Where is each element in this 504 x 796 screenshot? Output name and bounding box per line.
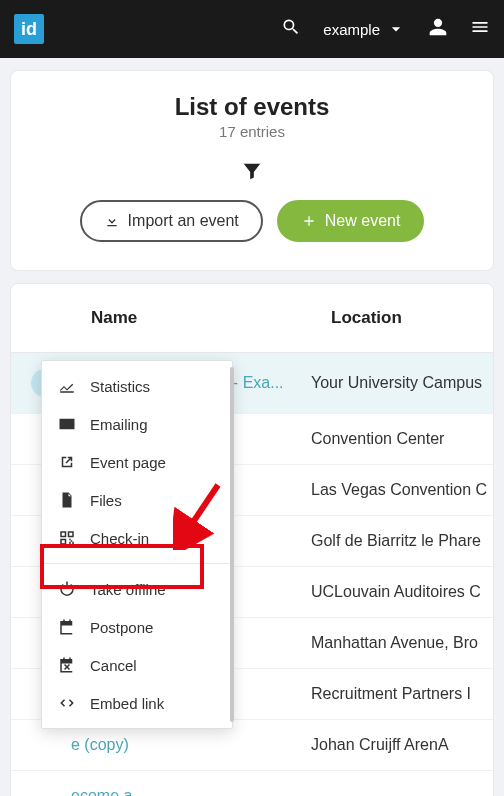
row-context-menu: StatisticsEmailingEvent pageFilesCheck-i… bbox=[41, 360, 233, 729]
events-table: Name Location Graduation Ceremony - Exa.… bbox=[10, 283, 494, 796]
filter-button[interactable] bbox=[31, 160, 473, 182]
menu-item-emailing[interactable]: Emailing bbox=[42, 405, 232, 443]
power-icon bbox=[58, 580, 76, 598]
menu-item-embed-link[interactable]: Embed link bbox=[42, 684, 232, 722]
hamburger-icon[interactable] bbox=[470, 17, 490, 41]
menu-item-event-page[interactable]: Event page bbox=[42, 443, 232, 481]
row-location: Golf de Biarritz le Phare bbox=[311, 532, 493, 550]
new-event-button[interactable]: New event bbox=[277, 200, 425, 242]
row-location: Your University Campus bbox=[311, 374, 493, 392]
menu-item-label: Postpone bbox=[90, 619, 153, 636]
account-name: example bbox=[323, 21, 380, 38]
import-label: Import an event bbox=[128, 212, 239, 230]
mail-icon bbox=[58, 415, 76, 433]
row-event-name[interactable]: ecome a... bbox=[71, 787, 311, 796]
caret-down-icon bbox=[386, 19, 406, 39]
menu-item-statistics[interactable]: Statistics bbox=[42, 367, 232, 405]
logo[interactable]: id bbox=[14, 14, 44, 44]
menu-item-label: Statistics bbox=[90, 378, 150, 395]
file-icon bbox=[58, 491, 76, 509]
menu-item-files[interactable]: Files bbox=[42, 481, 232, 519]
row-location: Johan Cruijff ArenA bbox=[311, 736, 493, 754]
row-location: Recruitment Partners I bbox=[311, 685, 493, 703]
header-card: List of events 17 entries Import an even… bbox=[10, 70, 494, 271]
row-location: Convention Center bbox=[311, 430, 493, 448]
calendar-icon bbox=[58, 618, 76, 636]
row-location: Las Vegas Convention C bbox=[311, 481, 493, 499]
plus-icon bbox=[301, 213, 317, 229]
search-icon[interactable] bbox=[281, 17, 301, 41]
download-icon bbox=[104, 213, 120, 229]
menu-item-postpone[interactable]: Postpone bbox=[42, 608, 232, 646]
import-event-button[interactable]: Import an event bbox=[80, 200, 263, 242]
page-title: List of events bbox=[31, 93, 473, 121]
qr-icon bbox=[58, 529, 76, 547]
code-icon bbox=[58, 694, 76, 712]
col-name-header[interactable]: Name bbox=[91, 308, 331, 328]
row-event-name[interactable]: e (copy) bbox=[71, 736, 311, 754]
row-location: UCLouvain Auditoires C bbox=[311, 583, 493, 601]
col-location-header[interactable]: Location bbox=[331, 308, 473, 328]
menu-item-label: Emailing bbox=[90, 416, 148, 433]
menu-item-label: Take offline bbox=[90, 581, 166, 598]
menu-item-take-offline[interactable]: Take offline bbox=[42, 570, 232, 608]
menu-item-label: Cancel bbox=[90, 657, 137, 674]
menu-item-cancel[interactable]: Cancel bbox=[42, 646, 232, 684]
calendar-x-icon bbox=[58, 656, 76, 674]
menu-item-label: Files bbox=[90, 492, 122, 509]
menu-item-label: Embed link bbox=[90, 695, 164, 712]
menu-divider bbox=[42, 563, 232, 564]
topbar: id example bbox=[0, 0, 504, 58]
chart-icon bbox=[58, 377, 76, 395]
user-icon[interactable] bbox=[428, 17, 448, 41]
account-dropdown[interactable]: example bbox=[323, 19, 406, 39]
row-location: Manhattan Avenue, Bro bbox=[311, 634, 493, 652]
menu-item-label: Event page bbox=[90, 454, 166, 471]
menu-item-label: Check-in bbox=[90, 530, 149, 547]
new-event-label: New event bbox=[325, 212, 401, 230]
table-row[interactable]: ecome a... bbox=[11, 771, 493, 796]
table-header: Name Location bbox=[11, 284, 493, 353]
external-icon bbox=[58, 453, 76, 471]
menu-item-check-in[interactable]: Check-in bbox=[42, 519, 232, 557]
entries-count: 17 entries bbox=[31, 123, 473, 140]
